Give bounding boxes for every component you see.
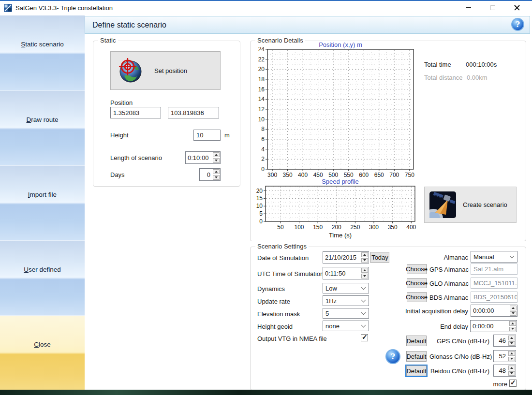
svg-text:650: 650 — [374, 172, 384, 178]
help-icon[interactable] — [511, 18, 524, 31]
spin-up-button[interactable] — [213, 152, 220, 157]
total-distance-value: 0.00km — [467, 74, 488, 81]
length-of-scenario-spinner[interactable]: 0:10:00 — [185, 151, 221, 164]
beidou-cno-label: Beidou C/No (dB-Hz) — [429, 367, 489, 375]
spin-down-button[interactable] — [361, 274, 368, 278]
spin-up-button[interactable] — [510, 306, 517, 310]
chevron-down-icon — [361, 323, 366, 328]
elevation-mask-dropdown[interactable]: 5 — [323, 308, 369, 319]
glo-almanac-label: GLO Almanac — [429, 280, 468, 287]
spin-down-button[interactable] — [361, 258, 368, 263]
page-header: Define static scenario — [85, 16, 530, 34]
spin-down-button[interactable] — [508, 341, 515, 346]
gps-cno-label: GPS C/No (dB-Hz) — [429, 337, 489, 345]
utc-time-spinner[interactable]: 0:11:50 — [323, 267, 369, 279]
days-spinner[interactable]: 0 — [199, 168, 221, 181]
update-rate-label: Update rate — [257, 298, 290, 305]
bds-almanac-field[interactable]: BDS_20150610.a — [471, 292, 517, 303]
svg-text:6: 6 — [261, 136, 265, 143]
default-beidou-cno-button[interactable]: Default — [406, 366, 427, 376]
almanac-dropdown[interactable]: Manual — [471, 251, 517, 263]
svg-text:400: 400 — [406, 224, 416, 230]
spin-down-button[interactable] — [508, 357, 515, 362]
svg-text:12: 12 — [258, 106, 265, 113]
svg-text:550: 550 — [344, 172, 354, 178]
default-glonass-cno-button[interactable]: Default — [406, 351, 427, 362]
sidebar-item-user-defined[interactable]: User defined — [0, 240, 85, 315]
spin-up-button[interactable] — [508, 336, 515, 340]
spin-up-button[interactable] — [361, 268, 368, 273]
beidou-cno-spinner[interactable]: 48 — [493, 365, 516, 377]
svg-text:200: 200 — [332, 224, 341, 230]
chevron-down-icon — [510, 254, 515, 259]
globe-target-icon — [118, 58, 144, 84]
glonass-cno-label: Glonass C/No (dB-Hz) — [429, 353, 489, 360]
spin-up-button[interactable] — [509, 321, 516, 326]
date-of-simulation-spinner[interactable]: 21/10/2015 — [323, 251, 369, 263]
default-gps-cno-button[interactable]: Default — [406, 336, 427, 346]
set-position-button[interactable]: Set position — [110, 51, 221, 90]
spin-up-button[interactable] — [508, 366, 515, 370]
choose-bds-almanac-button[interactable]: Choose — [407, 292, 427, 302]
sidebar-item-import-file[interactable]: Import file — [0, 165, 85, 240]
update-rate-dropdown[interactable]: 1Hz — [323, 295, 369, 306]
svg-text:4: 4 — [261, 146, 265, 153]
longitude-input[interactable]: 103.819836 — [168, 107, 219, 118]
gps-almanac-field[interactable]: Sat 21.alm — [471, 263, 517, 275]
svg-text:600: 600 — [359, 172, 369, 178]
sidebar-item-static-scenario[interactable]: Static scenario — [0, 15, 85, 90]
output-vtg-checkbox[interactable] — [361, 334, 368, 341]
dynamics-dropdown[interactable]: Low — [323, 283, 369, 293]
minimize-button[interactable] — [458, 1, 479, 15]
more-label: more — [469, 380, 507, 388]
close-button[interactable] — [506, 1, 528, 15]
help-icon[interactable] — [385, 349, 400, 364]
create-scenario-button[interactable]: Create scenario — [424, 187, 517, 223]
sidebar-item-draw-route[interactable]: Draw route — [0, 90, 85, 165]
chevron-down-icon — [361, 298, 366, 303]
utc-time-label: UTC Time of Simulation — [257, 270, 324, 278]
svg-text:20: 20 — [256, 188, 263, 194]
svg-text:450: 450 — [313, 172, 323, 178]
height-label: Height — [110, 132, 129, 139]
spin-down-button[interactable] — [509, 327, 516, 332]
height-geoid-dropdown[interactable]: none — [323, 321, 369, 331]
speed-chart: 5010015020025030035040005101520 — [251, 184, 421, 230]
today-button[interactable]: Today — [370, 252, 389, 263]
svg-text:10: 10 — [256, 203, 263, 209]
svg-text:150: 150 — [313, 224, 323, 230]
chevron-down-icon — [361, 285, 366, 290]
spin-down-button[interactable] — [508, 371, 515, 376]
end-delay-spinner[interactable]: 0:00:00 — [470, 320, 517, 332]
app-icon — [4, 4, 12, 12]
glo-almanac-field[interactable]: MCCJ_151011.ag — [471, 278, 517, 289]
height-input[interactable]: 10 — [193, 130, 221, 141]
length-of-scenario-label: Length of scenario — [110, 154, 162, 161]
spin-up-button[interactable] — [361, 252, 368, 257]
choose-gps-almanac-button[interactable]: Choose — [407, 264, 427, 274]
almanac-label: Almanac — [404, 254, 468, 261]
sidebar: Static scenario Draw route Import file U… — [0, 15, 85, 390]
svg-text:22: 22 — [258, 56, 265, 63]
glonass-cno-spinner[interactable]: 52 — [493, 350, 516, 362]
spin-down-button[interactable] — [510, 311, 517, 316]
spin-down-button[interactable] — [213, 175, 220, 180]
total-time-value: 000:10:00s — [466, 61, 497, 68]
end-delay-label: End delay — [397, 323, 468, 330]
svg-text:50: 50 — [277, 224, 284, 230]
choose-glo-almanac-button[interactable]: Choose — [407, 278, 427, 288]
more-checkbox[interactable] — [509, 380, 517, 387]
svg-text:700: 700 — [389, 172, 399, 178]
spin-up-button[interactable] — [508, 351, 515, 356]
spin-up-button[interactable] — [213, 169, 220, 174]
svg-text:20: 20 — [258, 66, 265, 73]
spin-down-button[interactable] — [213, 158, 220, 163]
sidebar-item-close[interactable]: Close — [0, 315, 85, 390]
gps-cno-spinner[interactable]: 46 — [493, 335, 516, 347]
static-group-label: Static — [98, 37, 118, 44]
elevation-mask-label: Elevation mask — [257, 310, 300, 318]
initial-acquisition-delay-spinner[interactable]: 0:00:00 — [471, 305, 517, 317]
maximize-button[interactable] — [482, 1, 503, 15]
latitude-input[interactable]: 1.352083 — [110, 107, 161, 118]
svg-text:10: 10 — [258, 116, 265, 123]
